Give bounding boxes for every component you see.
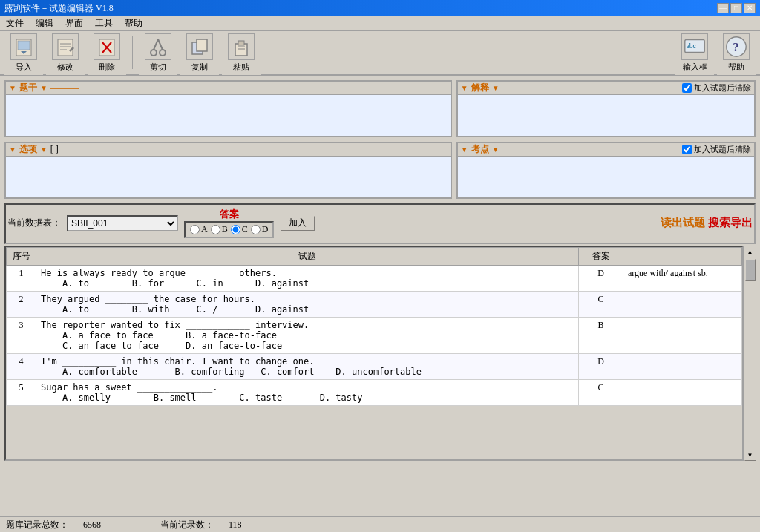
table-row[interactable]: 4I'm __________ in this chair. I want to… bbox=[7, 354, 742, 380]
radio-a[interactable]: A bbox=[190, 224, 208, 235]
th-question: 试题 bbox=[36, 248, 579, 266]
help-button[interactable]: ? 帮助 bbox=[717, 31, 756, 75]
svg-text:?: ? bbox=[733, 39, 739, 53]
toolbar: 导入 修改 删除 bbox=[0, 31, 760, 76]
bottom-panels: ▼ 选项 ▼ [ ] ▼ 考点 ▼ 加入试题后清除 bbox=[4, 142, 756, 199]
radio-b-input[interactable] bbox=[211, 225, 220, 234]
read-question-button[interactable]: 读出试题 bbox=[661, 216, 705, 230]
menu-edit[interactable]: 编辑 bbox=[33, 16, 56, 30]
explanation-arrow2: ▼ bbox=[492, 84, 499, 92]
stem-body[interactable] bbox=[6, 95, 451, 136]
menu-file[interactable]: 文件 bbox=[3, 16, 27, 30]
maximize-button[interactable]: □ bbox=[730, 3, 742, 13]
input-frame-button[interactable]: abc 输入框 bbox=[675, 31, 714, 75]
modify-button[interactable]: 修改 bbox=[46, 31, 85, 75]
table-row[interactable]: 1He is always ready to argue ________ ot… bbox=[7, 266, 742, 292]
keypoints-panel: ▼ 考点 ▼ 加入试题后清除 bbox=[456, 142, 756, 199]
radio-a-input[interactable] bbox=[190, 225, 200, 234]
cell-answer: D bbox=[579, 354, 623, 380]
right-buttons: 读出试题 搜索导出 bbox=[661, 216, 753, 230]
paste-icon bbox=[228, 33, 255, 60]
table-row[interactable]: 3The reporter wanted to fix ____________… bbox=[7, 318, 742, 354]
scroll-thumb[interactable] bbox=[745, 259, 756, 281]
top-panels: ▼ 题干 ▼ ───── ▼ 解释 ▼ 加入试题后清除 bbox=[4, 80, 756, 137]
help-label: 帮助 bbox=[728, 62, 744, 73]
cell-seq: 4 bbox=[7, 354, 36, 380]
copy-icon bbox=[186, 33, 213, 60]
svg-rect-3 bbox=[58, 39, 73, 56]
cell-question: The reporter wanted to fix ____________ … bbox=[36, 318, 579, 354]
stem-panel: ▼ 题干 ▼ ───── bbox=[4, 80, 452, 137]
keypoints-checkbox[interactable] bbox=[682, 145, 692, 154]
db-label: 当前数据表： bbox=[7, 217, 61, 229]
radio-group: A B C D bbox=[184, 221, 274, 238]
table-row[interactable]: 2They argued ________ the case for hours… bbox=[7, 292, 742, 318]
title-bar: 露剀软件－试题编辑器 V1.8 — □ ✕ bbox=[0, 0, 760, 16]
paste-button[interactable]: 粘贴 bbox=[222, 31, 261, 75]
options-bracket: [ ] bbox=[50, 144, 59, 155]
keypoints-header-right: 加入试题后清除 bbox=[682, 144, 751, 155]
answer-group-container: 答案 A B C D bbox=[184, 208, 274, 238]
status-bar: 题库记录总数：6568 当前记录数：118 bbox=[0, 516, 760, 532]
radio-d-input[interactable] bbox=[251, 225, 261, 234]
close-button[interactable]: ✕ bbox=[744, 3, 756, 13]
keypoints-arrow2: ▼ bbox=[492, 145, 499, 154]
spacing bbox=[128, 519, 145, 531]
radio-c[interactable]: C bbox=[231, 224, 248, 235]
svg-point-11 bbox=[151, 50, 157, 56]
menu-interface[interactable]: 界面 bbox=[62, 16, 86, 30]
cell-question: I'm __________ in this chair. I want to … bbox=[36, 354, 579, 380]
stem-panel-header: ▼ 题干 ▼ ───── bbox=[6, 82, 451, 95]
input-frame-icon: abc bbox=[681, 33, 708, 60]
search-export-button[interactable]: 搜索导出 bbox=[708, 216, 753, 230]
keypoints-body[interactable] bbox=[458, 157, 754, 197]
cell-notes bbox=[623, 380, 742, 406]
answer-section: 当前数据表： SBII_001 答案 A B C bbox=[4, 203, 756, 244]
radio-c-input[interactable] bbox=[231, 225, 240, 234]
copy-label: 复制 bbox=[191, 62, 208, 73]
keypoints-checkbox-area: 加入试题后清除 bbox=[682, 144, 751, 155]
cell-seq: 2 bbox=[7, 292, 36, 318]
cell-answer: C bbox=[579, 292, 623, 318]
cut-button[interactable]: 剪切 bbox=[139, 31, 177, 75]
scroll-down-arrow[interactable]: ▼ bbox=[744, 449, 756, 461]
th-seq: 序号 bbox=[7, 248, 36, 266]
total-records-label: 题库记录总数： bbox=[6, 519, 68, 531]
cell-notes bbox=[623, 318, 742, 354]
help-icon: ? bbox=[723, 33, 750, 60]
minimize-button[interactable]: — bbox=[717, 3, 729, 13]
vertical-scrollbar[interactable]: ▲ ▼ bbox=[744, 246, 756, 461]
import-label: 导入 bbox=[16, 62, 32, 73]
copy-button[interactable]: 复制 bbox=[180, 31, 219, 75]
cell-notes bbox=[623, 354, 742, 380]
current-records-value: 118 bbox=[229, 519, 242, 531]
explanation-checkbox[interactable] bbox=[682, 83, 692, 93]
db-select[interactable]: SBII_001 bbox=[67, 215, 178, 231]
delete-button[interactable]: 删除 bbox=[88, 31, 126, 75]
explanation-arrow: ▼ bbox=[461, 84, 468, 92]
delete-label: 删除 bbox=[99, 62, 115, 73]
explanation-label: 解释 bbox=[471, 82, 489, 94]
cell-notes: argue with/ against sb. bbox=[623, 266, 742, 292]
modify-label: 修改 bbox=[57, 62, 73, 73]
explanation-body[interactable] bbox=[458, 95, 754, 136]
radio-b[interactable]: B bbox=[211, 224, 228, 235]
explanation-checkbox-label: 加入试题后清除 bbox=[694, 82, 751, 93]
cut-icon bbox=[145, 33, 171, 60]
scroll-up-arrow[interactable]: ▲ bbox=[744, 246, 756, 257]
svg-rect-16 bbox=[197, 39, 207, 51]
import-button[interactable]: 导入 bbox=[4, 31, 43, 75]
table-container[interactable]: 序号 试题 答案 1He is always ready to argue __… bbox=[4, 246, 744, 461]
options-body[interactable] bbox=[6, 157, 451, 197]
delete-icon bbox=[94, 33, 120, 60]
table-wrapper: 序号 试题 答案 1He is always ready to argue __… bbox=[4, 246, 756, 461]
stem-arrow: ▼ bbox=[9, 84, 16, 92]
explanation-panel: ▼ 解释 ▼ 加入试题后清除 bbox=[456, 80, 756, 137]
table-row[interactable]: 5Sugar has a sweet ______________. A. sm… bbox=[7, 380, 742, 406]
menu-tools[interactable]: 工具 bbox=[92, 16, 116, 30]
radio-d[interactable]: D bbox=[251, 224, 269, 235]
add-button[interactable]: 加入 bbox=[280, 215, 315, 231]
svg-point-12 bbox=[160, 50, 166, 56]
menu-help[interactable]: 帮助 bbox=[122, 16, 145, 30]
cell-answer: D bbox=[579, 266, 623, 292]
